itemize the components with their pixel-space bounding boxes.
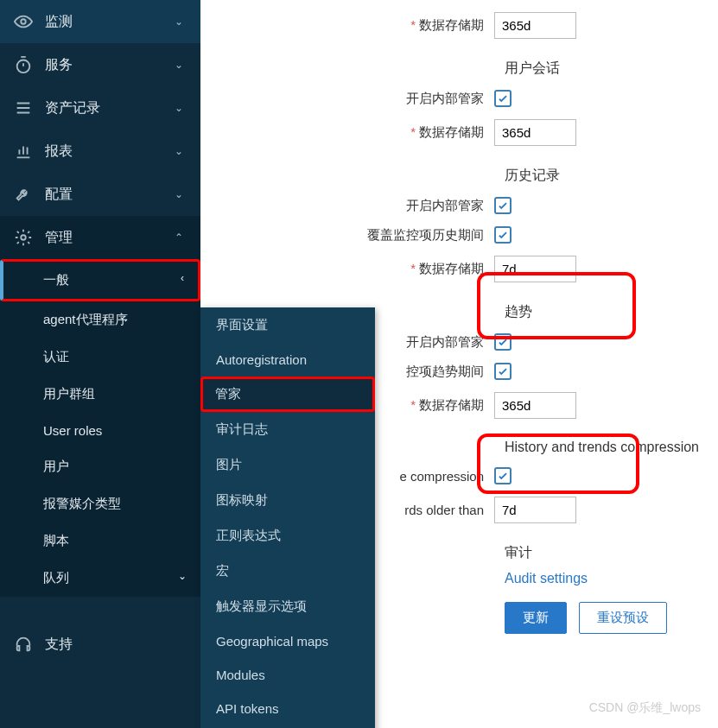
- submenu-geomaps[interactable]: Geographical maps: [200, 624, 375, 658]
- sub-label: 用户群组: [43, 386, 95, 401]
- chevron-down-icon: ⌄: [175, 16, 187, 28]
- nav-label: 监测: [45, 13, 175, 31]
- submenu-autoreg[interactable]: Autoregistration: [200, 343, 375, 377]
- sub-label: 队列: [43, 570, 69, 586]
- sub-proxies[interactable]: agent代理程序: [0, 301, 200, 339]
- admin-subitems: 一般 ‹ agent代理程序 认证 用户群组 User roles 用户 报警媒…: [0, 259, 200, 597]
- submenu-images[interactable]: 图片: [200, 447, 375, 483]
- submenu-macros[interactable]: 宏: [200, 554, 375, 589]
- svg-point-2: [21, 235, 26, 240]
- submenu-regex[interactable]: 正则表达式: [200, 518, 375, 554]
- input-history-storage[interactable]: [494, 256, 576, 282]
- chevron-down-icon: ⌄: [175, 102, 187, 114]
- wrench-icon: [14, 185, 33, 204]
- chevron-down-icon: ⌄: [175, 145, 187, 157]
- sub-label: 报警媒介类型: [43, 496, 121, 510]
- sub-label: 脚本: [43, 533, 69, 548]
- sub-usergroups[interactable]: 用户群组: [0, 376, 200, 413]
- chevron-down-icon: ⌄: [175, 59, 187, 71]
- label-enable-history: 开启内部管家: [218, 198, 494, 214]
- checkbox-session[interactable]: [494, 90, 511, 107]
- update-button[interactable]: 更新: [505, 602, 567, 634]
- nav-label: 资产记录: [45, 99, 175, 117]
- headset-icon: [14, 635, 33, 654]
- checkbox-override-trends[interactable]: [494, 363, 511, 380]
- nav-label: 报表: [45, 142, 175, 161]
- input-storage-top[interactable]: [494, 12, 576, 39]
- checkbox-override-history[interactable]: [494, 226, 511, 244]
- nav-services[interactable]: 服务 ⌄: [0, 43, 200, 86]
- sub-general[interactable]: 一般 ‹: [0, 259, 200, 301]
- nav-label: 支持: [45, 636, 187, 654]
- chevron-up-icon: ⌃: [175, 231, 187, 244]
- sub-users[interactable]: 用户: [0, 448, 200, 485]
- nav-support[interactable]: 支持: [0, 623, 200, 666]
- nav-monitor[interactable]: 监测 ⌄: [0, 0, 200, 43]
- label-history-storage: *数据存储期: [218, 261, 494, 277]
- general-submenu: 界面设置 Autoregistration 管家 审计日志 图片 图标映射 正则…: [200, 307, 375, 728]
- sidebar: 监测 ⌄ 服务 ⌄ 资产记录 ⌄ 报表 ⌄ 配置 ⌄ 管理 ⌃ 一般 ‹ age…: [0, 0, 200, 728]
- sub-userroles[interactable]: User roles: [0, 413, 200, 448]
- chevron-down-icon: ⌄: [178, 570, 187, 586]
- nav-label: 服务: [45, 56, 175, 74]
- sub-label: User roles: [43, 423, 102, 438]
- submenu-housekeeping[interactable]: 管家: [200, 377, 375, 412]
- chevron-down-icon: ⌄: [175, 188, 187, 200]
- heading-session: 用户会话: [505, 60, 701, 78]
- nav-inventory[interactable]: 资产记录 ⌄: [0, 86, 200, 130]
- label-storage: *数据存储期: [218, 17, 494, 34]
- submenu-gui[interactable]: 界面设置: [200, 307, 375, 343]
- checkbox-trends[interactable]: [494, 333, 511, 351]
- heading-history: 历史记录: [505, 167, 701, 185]
- label-session-storage: *数据存储期: [218, 124, 494, 141]
- chevron-right-icon: ‹: [181, 272, 184, 288]
- label-enable-session: 开启内部管家: [218, 91, 494, 107]
- input-older-than[interactable]: [494, 497, 576, 523]
- sub-queue[interactable]: 队列 ⌄: [0, 560, 200, 597]
- chart-icon: [14, 142, 33, 161]
- timer-icon: [14, 55, 33, 74]
- sub-auth[interactable]: 认证: [0, 339, 200, 376]
- submenu-audit[interactable]: 审计日志: [200, 412, 375, 447]
- heading-audit: 审计: [505, 544, 701, 562]
- link-audit-settings[interactable]: Audit settings: [505, 571, 701, 586]
- nav-reports[interactable]: 报表 ⌄: [0, 130, 200, 173]
- submenu-iconmap[interactable]: 图标映射: [200, 483, 375, 518]
- gear-icon: [14, 228, 33, 247]
- submenu-apitokens[interactable]: API tokens: [200, 692, 375, 725]
- reset-button[interactable]: 重设预设: [579, 602, 667, 634]
- nav-label: 配置: [45, 186, 175, 204]
- checkbox-compression[interactable]: [494, 467, 511, 484]
- heading-compression: History and trends compression: [505, 440, 701, 455]
- heading-trends: 趋势: [505, 303, 701, 321]
- sub-label: 认证: [43, 349, 69, 364]
- input-trends-storage[interactable]: [494, 392, 576, 419]
- eye-icon: [14, 12, 33, 31]
- submenu-modules[interactable]: Modules: [200, 658, 375, 692]
- label-override-history: 覆盖监控项历史期间: [218, 227, 494, 244]
- sub-label: 一般: [43, 272, 69, 288]
- nav-admin[interactable]: 管理 ⌃: [0, 216, 200, 259]
- nav-config[interactable]: 配置 ⌄: [0, 173, 200, 216]
- nav-label: 管理: [45, 229, 175, 247]
- sub-label: agent代理程序: [43, 312, 128, 326]
- sub-label: 用户: [43, 459, 69, 473]
- sub-mediatypes[interactable]: 报警媒介类型: [0, 485, 200, 522]
- sub-scripts[interactable]: 脚本: [0, 522, 200, 560]
- watermark: CSDN @乐维_lwops: [589, 700, 701, 716]
- input-session-storage[interactable]: [494, 119, 576, 146]
- list-icon: [14, 98, 33, 117]
- checkbox-history[interactable]: [494, 197, 511, 214]
- submenu-trigger[interactable]: 触发器显示选项: [200, 589, 375, 624]
- svg-point-0: [21, 19, 26, 24]
